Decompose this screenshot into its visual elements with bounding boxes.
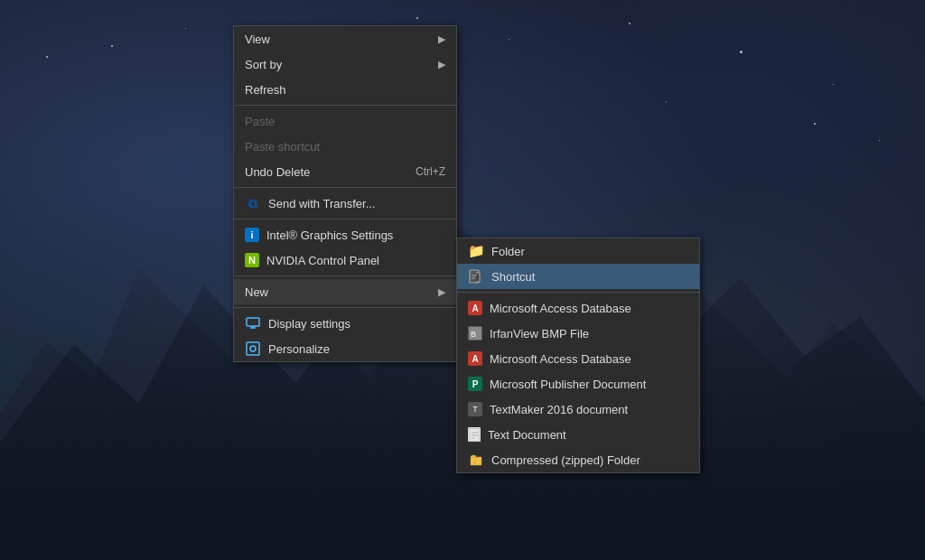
submenu-item-shortcut-label: Shortcut [491, 270, 688, 284]
menu-item-sort-by[interactable]: Sort by ▶ [234, 51, 456, 77]
svg-text:B: B [471, 330, 476, 339]
display-icon [245, 315, 261, 331]
nvidia-icon: N [245, 253, 259, 267]
menu-item-paste-shortcut: Paste shortcut [234, 134, 456, 159]
submenu-item-publisher[interactable]: P Microsoft Publisher Document [457, 371, 699, 397]
menu-item-sort-by-label: Sort by [245, 58, 431, 71]
zip-folder-icon [468, 452, 484, 468]
submenu-item-publisher-label: Microsoft Publisher Document [490, 378, 688, 391]
menu-item-paste-shortcut-label: Paste shortcut [245, 140, 445, 154]
separator-2 [234, 187, 456, 188]
menu-item-new[interactable]: New ▶ [234, 279, 456, 304]
menu-item-nvidia-label: NVIDIA Control Panel [266, 254, 445, 267]
submenu-item-text[interactable]: Text Document [457, 422, 699, 447]
submenu-item-textmaker[interactable]: T TextMaker 2016 document [457, 397, 699, 422]
text-document-icon [468, 427, 481, 442]
menu-item-personalize-label: Personalize [268, 342, 445, 356]
menu-item-send-transfer-label: Send with Transfer... [268, 197, 445, 210]
menu-item-intel[interactable]: i Intel® Graphics Settings [234, 222, 456, 247]
publisher-icon: P [468, 377, 482, 391]
intel-icon: i [245, 228, 259, 242]
menu-item-send-transfer[interactable]: ⧉ Send with Transfer... [234, 191, 456, 216]
star [879, 140, 880, 141]
access2-icon: A [468, 351, 482, 366]
menu-item-view-label: View [245, 33, 431, 46]
submenu-item-shortcut[interactable]: Shortcut [457, 264, 699, 289]
arrow-right-icon: ▶ [438, 33, 445, 45]
submenu-item-zip[interactable]: Compressed (zipped) Folder [457, 447, 699, 472]
textmaker-icon: T [468, 402, 482, 416]
irfanview-icon: B [468, 326, 482, 341]
shortcut-icon [468, 268, 484, 285]
menu-item-new-label: New [245, 285, 431, 299]
star [740, 51, 743, 53]
menu-item-undo-delete[interactable]: Undo Delete Ctrl+Z [234, 159, 456, 184]
submenu-item-zip-label: Compressed (zipped) Folder [491, 453, 688, 467]
submenu-item-folder[interactable]: 📁 Folder [457, 238, 699, 264]
separator-5 [234, 307, 456, 308]
folder-icon: 📁 [468, 243, 484, 259]
menu-item-refresh[interactable]: Refresh [234, 77, 456, 102]
separator-4 [234, 275, 456, 276]
menu-item-undo-delete-label: Undo Delete [245, 165, 408, 179]
separator-3 [234, 219, 456, 219]
menu-item-personalize[interactable]: Personalize [234, 336, 456, 361]
menu-item-intel-label: Intel® Graphics Settings [266, 229, 445, 242]
star [833, 84, 834, 85]
star [111, 45, 113, 47]
svg-rect-0 [247, 318, 259, 326]
submenu-item-access2[interactable]: A Microsoft Access Database [457, 346, 699, 371]
menu-item-paste: Paste [234, 108, 456, 134]
arrow-right-icon: ▶ [438, 286, 445, 298]
submenu-item-access1[interactable]: A Microsoft Access Database [457, 295, 699, 321]
submenu-separator-1 [457, 292, 699, 293]
access-icon: A [468, 301, 482, 315]
submenu-new: 📁 Folder Shortcut A Microsoft Access Dat… [456, 238, 700, 473]
submenu-item-access2-label: Microsoft Access Database [490, 352, 688, 366]
dropbox-icon: ⧉ [245, 195, 261, 211]
submenu-item-irfan-label: IrfanView BMP File [490, 327, 688, 341]
submenu-item-textmaker-label: TextMaker 2016 document [490, 403, 688, 416]
context-menu: View ▶ Sort by ▶ Refresh Paste Paste sho… [233, 25, 457, 362]
submenu-item-irfan[interactable]: B IrfanView BMP File [457, 321, 699, 346]
submenu-item-folder-label: Folder [491, 245, 688, 258]
undo-delete-shortcut: Ctrl+Z [416, 165, 445, 178]
personalize-icon [245, 341, 261, 357]
star [185, 28, 186, 29]
submenu-item-access1-label: Microsoft Access Database [490, 302, 688, 315]
menu-item-view[interactable]: View ▶ [234, 26, 456, 51]
svg-point-3 [250, 346, 256, 351]
menu-item-paste-label: Paste [245, 115, 445, 128]
separator-1 [234, 105, 456, 106]
menu-item-display-settings-label: Display settings [268, 317, 445, 331]
star [416, 17, 418, 19]
arrow-right-icon: ▶ [438, 59, 445, 70]
svg-rect-4 [247, 342, 259, 355]
menu-item-nvidia[interactable]: N NVIDIA Control Panel [234, 247, 456, 273]
menu-item-display-settings[interactable]: Display settings [234, 311, 456, 336]
submenu-item-text-label: Text Document [488, 428, 688, 442]
menu-item-refresh-label: Refresh [245, 83, 445, 97]
